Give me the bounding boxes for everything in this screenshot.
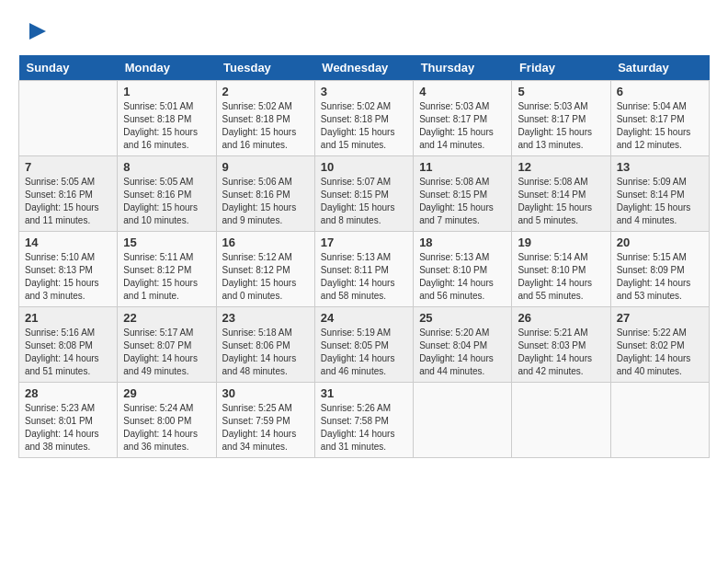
day-info: Sunrise: 5:08 AMSunset: 8:15 PMDaylight:… [419, 176, 506, 227]
day-info: Sunrise: 5:05 AMSunset: 8:16 PMDaylight:… [123, 176, 210, 227]
logo [18, 18, 48, 46]
day-info: Sunrise: 5:12 AMSunset: 8:12 PMDaylight:… [222, 251, 309, 303]
day-info: Sunrise: 5:05 AMSunset: 8:16 PMDaylight:… [25, 176, 111, 227]
day-number: 6 [617, 85, 703, 98]
day-number: 21 [25, 311, 111, 325]
day-number: 11 [419, 160, 506, 174]
day-info: Sunrise: 5:26 AMSunset: 7:58 PMDaylight:… [321, 402, 407, 454]
day-number: 7 [25, 160, 111, 174]
day-info: Sunrise: 5:14 AMSunset: 8:10 PMDaylight:… [518, 251, 604, 303]
day-number: 22 [123, 311, 210, 325]
calendar-cell: 30 Sunrise: 5:25 AMSunset: 7:59 PMDaylig… [216, 383, 314, 458]
calendar-cell: 18 Sunrise: 5:13 AMSunset: 8:10 PMDaylig… [414, 232, 512, 307]
calendar-table: SundayMondayTuesdayWednesdayThursdayFrid… [18, 55, 710, 458]
calendar-cell [414, 383, 512, 458]
day-number: 27 [617, 311, 703, 325]
day-number: 1 [123, 85, 210, 98]
calendar-cell: 15 Sunrise: 5:11 AMSunset: 8:12 PMDaylig… [118, 232, 216, 307]
day-number: 14 [25, 236, 111, 249]
logo-icon [20, 18, 48, 46]
calendar-cell: 9 Sunrise: 5:06 AMSunset: 8:16 PMDayligh… [216, 156, 314, 232]
day-info: Sunrise: 5:06 AMSunset: 8:16 PMDaylight:… [222, 176, 309, 227]
day-number: 2 [222, 85, 309, 98]
calendar-cell: 8 Sunrise: 5:05 AMSunset: 8:16 PMDayligh… [118, 156, 216, 232]
calendar-cell: 6 Sunrise: 5:04 AMSunset: 8:17 PMDayligh… [610, 81, 709, 156]
weekday-header-monday: Monday [118, 55, 216, 81]
day-number: 16 [222, 236, 309, 249]
day-number: 3 [321, 85, 407, 98]
calendar-cell [512, 383, 610, 458]
day-number: 15 [123, 236, 210, 249]
day-info: Sunrise: 5:09 AMSunset: 8:14 PMDaylight:… [617, 176, 703, 227]
calendar-cell [19, 81, 118, 156]
day-info: Sunrise: 5:20 AMSunset: 8:04 PMDaylight:… [419, 327, 506, 378]
day-number: 18 [419, 236, 506, 249]
day-number: 24 [321, 311, 407, 325]
calendar-week-row: 7 Sunrise: 5:05 AMSunset: 8:16 PMDayligh… [19, 156, 710, 232]
weekday-header-friday: Friday [512, 55, 610, 81]
day-number: 5 [518, 85, 604, 98]
day-info: Sunrise: 5:03 AMSunset: 8:17 PMDaylight:… [518, 100, 604, 152]
day-number: 19 [518, 236, 604, 249]
calendar-cell: 20 Sunrise: 5:15 AMSunset: 8:09 PMDaylig… [610, 232, 709, 307]
calendar-cell: 10 Sunrise: 5:07 AMSunset: 8:15 PMDaylig… [314, 156, 413, 232]
calendar-cell: 21 Sunrise: 5:16 AMSunset: 8:08 PMDaylig… [19, 307, 118, 383]
day-info: Sunrise: 5:04 AMSunset: 8:17 PMDaylight:… [617, 100, 703, 152]
day-number: 28 [25, 386, 111, 400]
day-number: 9 [222, 160, 309, 174]
day-number: 20 [617, 236, 703, 249]
day-info: Sunrise: 5:02 AMSunset: 8:18 PMDaylight:… [222, 100, 309, 152]
day-number: 10 [321, 160, 407, 174]
day-info: Sunrise: 5:13 AMSunset: 8:10 PMDaylight:… [419, 251, 506, 303]
weekday-header-saturday: Saturday [610, 55, 709, 81]
calendar-cell: 1 Sunrise: 5:01 AMSunset: 8:18 PMDayligh… [118, 81, 216, 156]
day-info: Sunrise: 5:23 AMSunset: 8:01 PMDaylight:… [25, 402, 111, 454]
day-info: Sunrise: 5:22 AMSunset: 8:02 PMDaylight:… [617, 327, 703, 378]
day-info: Sunrise: 5:15 AMSunset: 8:09 PMDaylight:… [617, 251, 703, 303]
weekday-header-sunday: Sunday [19, 55, 118, 81]
day-number: 12 [518, 160, 604, 174]
day-info: Sunrise: 5:19 AMSunset: 8:05 PMDaylight:… [321, 327, 407, 378]
calendar-cell: 26 Sunrise: 5:21 AMSunset: 8:03 PMDaylig… [512, 307, 610, 383]
day-info: Sunrise: 5:18 AMSunset: 8:06 PMDaylight:… [222, 327, 309, 378]
calendar-cell: 28 Sunrise: 5:23 AMSunset: 8:01 PMDaylig… [19, 383, 118, 458]
day-info: Sunrise: 5:07 AMSunset: 8:15 PMDaylight:… [321, 176, 407, 227]
calendar-cell: 12 Sunrise: 5:08 AMSunset: 8:14 PMDaylig… [512, 156, 610, 232]
day-info: Sunrise: 5:21 AMSunset: 8:03 PMDaylight:… [518, 327, 604, 378]
weekday-header-wednesday: Wednesday [314, 55, 413, 81]
calendar-cell: 11 Sunrise: 5:08 AMSunset: 8:15 PMDaylig… [414, 156, 512, 232]
calendar-week-row: 21 Sunrise: 5:16 AMSunset: 8:08 PMDaylig… [19, 307, 710, 383]
day-info: Sunrise: 5:16 AMSunset: 8:08 PMDaylight:… [25, 327, 111, 378]
weekday-header-row: SundayMondayTuesdayWednesdayThursdayFrid… [19, 55, 710, 81]
day-number: 23 [222, 311, 309, 325]
day-number: 26 [518, 311, 604, 325]
calendar-cell: 29 Sunrise: 5:24 AMSunset: 8:00 PMDaylig… [118, 383, 216, 458]
day-number: 25 [419, 311, 506, 325]
calendar-cell: 13 Sunrise: 5:09 AMSunset: 8:14 PMDaylig… [610, 156, 709, 232]
calendar-cell: 5 Sunrise: 5:03 AMSunset: 8:17 PMDayligh… [512, 81, 610, 156]
calendar-cell: 7 Sunrise: 5:05 AMSunset: 8:16 PMDayligh… [19, 156, 118, 232]
calendar-cell: 23 Sunrise: 5:18 AMSunset: 8:06 PMDaylig… [216, 307, 314, 383]
calendar-cell: 31 Sunrise: 5:26 AMSunset: 7:58 PMDaylig… [314, 383, 413, 458]
day-info: Sunrise: 5:03 AMSunset: 8:17 PMDaylight:… [419, 100, 506, 152]
calendar-cell: 2 Sunrise: 5:02 AMSunset: 8:18 PMDayligh… [216, 81, 314, 156]
day-info: Sunrise: 5:02 AMSunset: 8:18 PMDaylight:… [321, 100, 407, 152]
calendar-cell: 14 Sunrise: 5:10 AMSunset: 8:13 PMDaylig… [19, 232, 118, 307]
day-info: Sunrise: 5:25 AMSunset: 7:59 PMDaylight:… [222, 402, 309, 454]
day-number: 30 [222, 386, 309, 400]
calendar-cell: 17 Sunrise: 5:13 AMSunset: 8:11 PMDaylig… [314, 232, 413, 307]
calendar-cell: 27 Sunrise: 5:22 AMSunset: 8:02 PMDaylig… [610, 307, 709, 383]
calendar-cell: 19 Sunrise: 5:14 AMSunset: 8:10 PMDaylig… [512, 232, 610, 307]
calendar-cell: 16 Sunrise: 5:12 AMSunset: 8:12 PMDaylig… [216, 232, 314, 307]
day-number: 13 [617, 160, 703, 174]
calendar-cell: 3 Sunrise: 5:02 AMSunset: 8:18 PMDayligh… [314, 81, 413, 156]
day-number: 31 [321, 386, 407, 400]
page-header [18, 18, 710, 46]
day-info: Sunrise: 5:08 AMSunset: 8:14 PMDaylight:… [518, 176, 604, 227]
calendar-week-row: 1 Sunrise: 5:01 AMSunset: 8:18 PMDayligh… [19, 81, 710, 156]
day-info: Sunrise: 5:17 AMSunset: 8:07 PMDaylight:… [123, 327, 210, 378]
weekday-header-tuesday: Tuesday [216, 55, 314, 81]
calendar-cell: 4 Sunrise: 5:03 AMSunset: 8:17 PMDayligh… [414, 81, 512, 156]
day-info: Sunrise: 5:13 AMSunset: 8:11 PMDaylight:… [321, 251, 407, 303]
calendar-week-row: 28 Sunrise: 5:23 AMSunset: 8:01 PMDaylig… [19, 383, 710, 458]
